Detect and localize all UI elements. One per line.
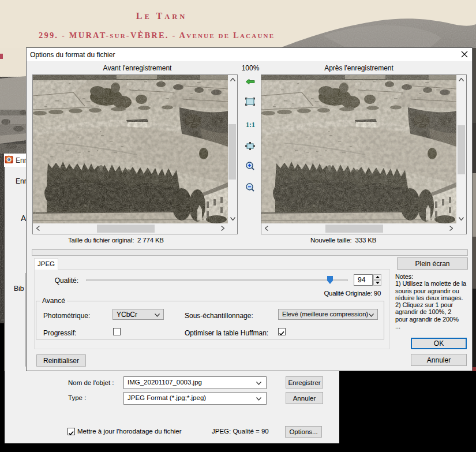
svg-text:1:1: 1:1 bbox=[246, 121, 255, 129]
